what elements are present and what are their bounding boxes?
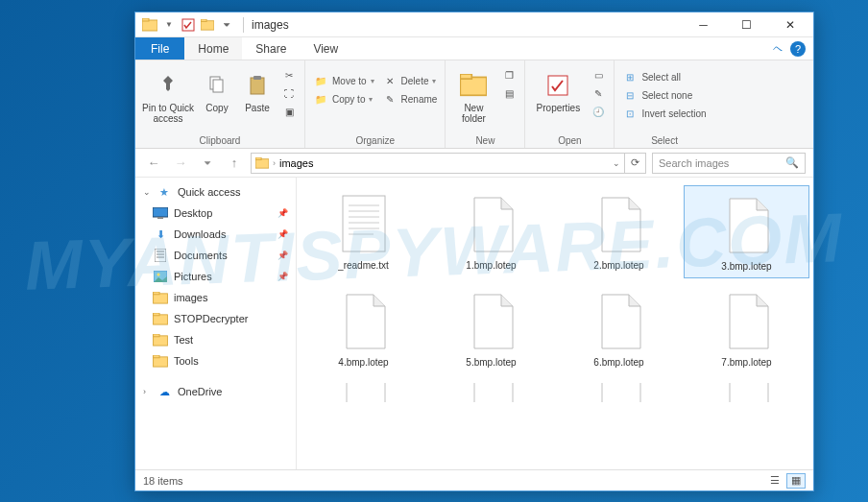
tab-share[interactable]: Share <box>242 37 300 60</box>
sidebar-item-stopdecrypter[interactable]: STOPDecrypter <box>135 308 296 329</box>
file-item[interactable]: 4.bmp.lotep <box>301 282 426 373</box>
pin-icon: 📌 <box>277 251 288 260</box>
new-item-button[interactable]: ❐ <box>499 66 518 84</box>
shortcut-icon: ▣ <box>281 104 297 119</box>
svg-rect-30 <box>343 196 385 251</box>
new-group-label: New <box>451 133 518 148</box>
new-folder-label: New folder <box>451 103 495 124</box>
folder-icon <box>255 157 269 169</box>
sidebar-item-documents[interactable]: Documents📌 <box>135 245 296 266</box>
pin-to-quick-access-button[interactable]: Pin to Quick access <box>141 66 195 124</box>
forward-button[interactable]: → <box>170 153 191 174</box>
svg-rect-1 <box>142 18 149 21</box>
easy-access-button[interactable]: ▤ <box>499 84 518 102</box>
copy-button[interactable]: Copy <box>199 66 235 113</box>
tab-view[interactable]: View <box>300 37 351 60</box>
view-details-button[interactable]: ☰ <box>765 473 784 489</box>
ribbon-group-select: ⊞Select all ⊟Select none ⊡Invert selecti… <box>615 60 713 148</box>
paste-icon <box>242 70 273 101</box>
svg-rect-24 <box>154 314 168 323</box>
sidebar-item-pictures[interactable]: Pictures📌 <box>135 266 296 287</box>
sidebar-item-label: Pictures <box>174 271 212 282</box>
refresh-button[interactable]: ⟳ <box>625 153 646 174</box>
file-item[interactable] <box>556 377 682 408</box>
select-all-button[interactable]: ⊞Select all <box>620 68 708 85</box>
cut-button[interactable]: ✂ <box>279 66 299 84</box>
onedrive-icon: ☁ <box>157 384 172 399</box>
copyto-label: Copy to <box>332 94 365 105</box>
close-button[interactable]: ✕ <box>768 12 811 37</box>
star-icon: ★ <box>157 184 172 200</box>
file-item[interactable]: _readme.txt <box>301 185 426 278</box>
file-item[interactable]: 7.bmp.lotep <box>684 282 809 373</box>
search-input[interactable]: Search images 🔍 <box>652 153 806 174</box>
file-item[interactable]: 6.bmp.lotep <box>556 282 682 373</box>
onedrive-label: OneDrive <box>178 386 222 397</box>
help-icon[interactable]: ? <box>790 41 806 57</box>
down-caret-icon[interactable]: ▼ <box>160 16 178 34</box>
file-item[interactable] <box>684 377 809 408</box>
copy-to-button[interactable]: 📁Copy to▾ <box>311 90 376 108</box>
sidebar-item-images[interactable]: images <box>135 287 296 308</box>
file-icon <box>591 288 648 355</box>
folder-icon <box>153 311 168 326</box>
maximize-button[interactable]: ☐ <box>725 12 768 37</box>
tab-file[interactable]: File <box>135 37 184 60</box>
copy-path-button[interactable]: ⛶ <box>279 84 299 102</box>
svg-rect-22 <box>154 293 168 302</box>
move-to-button[interactable]: 📁Move to▾ <box>311 72 376 89</box>
minimize-button[interactable]: ─ <box>682 12 725 37</box>
address-dropdown-icon[interactable]: ⌄ <box>613 158 620 168</box>
recent-button[interactable]: ⏷ <box>197 153 218 174</box>
desktop-icon <box>153 205 168 221</box>
sidebar-item-downloads[interactable]: ⬇Downloads📌 <box>135 224 296 245</box>
tab-home[interactable]: Home <box>184 37 242 60</box>
invert-selection-button[interactable]: ⊡Invert selection <box>620 105 708 122</box>
delete-icon: ✕ <box>382 73 398 88</box>
chevron-down-icon: ⌄ <box>143 187 151 197</box>
sidebar-item-tools[interactable]: Tools <box>135 350 296 371</box>
sidebar-item-desktop[interactable]: Desktop📌 <box>135 203 296 224</box>
ribbon-collapse-icon[interactable]: ヘ <box>773 42 783 56</box>
file-area[interactable]: _readme.txt1.bmp.lotep2.bmp.lotep3.bmp.l… <box>297 178 813 469</box>
file-item[interactable] <box>428 377 554 408</box>
ribbon-tabs: File Home Share View ヘ ? <box>135 37 813 60</box>
file-item[interactable]: 2.bmp.lotep <box>556 185 682 278</box>
pin-icon <box>153 70 183 101</box>
file-icon <box>591 383 648 402</box>
sidebar: ⌄ ★ Quick access Desktop📌⬇Downloads📌Docu… <box>135 178 297 469</box>
properties-button[interactable]: Properties <box>531 66 585 113</box>
open-button[interactable]: ▭ <box>589 66 608 84</box>
file-name: 1.bmp.lotep <box>466 260 516 271</box>
file-item[interactable]: 1.bmp.lotep <box>428 185 554 278</box>
file-item[interactable]: 5.bmp.lotep <box>428 282 554 373</box>
menu-caret-icon[interactable]: ⏷ <box>218 16 235 34</box>
delete-label: Delete <box>401 76 429 86</box>
file-item[interactable] <box>301 377 426 408</box>
sidebar-onedrive[interactable]: › ☁ OneDrive <box>135 381 296 402</box>
sidebar-quick-access[interactable]: ⌄ ★ Quick access <box>135 181 296 203</box>
address-segment[interactable]: images <box>279 157 313 169</box>
pictures-icon <box>153 269 168 284</box>
view-large-icons-button[interactable]: ▦ <box>786 473 806 489</box>
up-button[interactable]: ↑ <box>224 153 245 174</box>
rename-label: Rename <box>401 94 438 105</box>
paste-button[interactable]: Paste <box>239 66 276 113</box>
svg-rect-4 <box>201 19 206 22</box>
open-group-label: Open <box>531 133 608 148</box>
properties-quick-icon[interactable] <box>180 16 197 34</box>
address-bar[interactable]: › images ⌄ <box>251 153 625 174</box>
select-none-button[interactable]: ⊟Select none <box>620 86 708 104</box>
paste-shortcut-button[interactable]: ▣ <box>279 103 299 120</box>
sidebar-item-test[interactable]: Test <box>135 329 296 350</box>
back-button[interactable]: ← <box>143 153 164 174</box>
history-button[interactable]: 🕘 <box>589 103 608 120</box>
folder-quick-icon[interactable] <box>199 16 216 34</box>
rename-button[interactable]: ✎Rename <box>380 90 440 108</box>
new-folder-button[interactable]: New folder <box>451 66 495 124</box>
file-item[interactable]: 3.bmp.lotep <box>684 185 809 278</box>
svg-rect-6 <box>213 80 223 92</box>
edit-button[interactable]: ✎ <box>589 84 608 102</box>
edit-icon: ✎ <box>591 85 606 101</box>
delete-button[interactable]: ✕Delete▾ <box>380 72 440 89</box>
